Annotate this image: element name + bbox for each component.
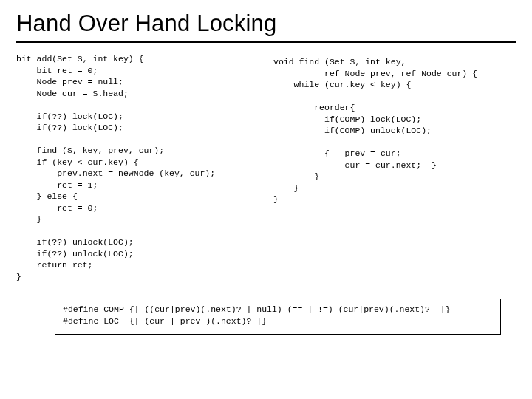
- define-code: #define COMP {| ((cur|prev)(.next)? | nu…: [63, 304, 493, 327]
- code-columns: bit add(Set S, int key) { bit ret = 0; N…: [16, 53, 516, 282]
- left-column: bit add(Set S, int key) { bit ret = 0; N…: [16, 53, 267, 282]
- add-function-code: bit add(Set S, int key) { bit ret = 0; N…: [16, 53, 267, 282]
- slide-title: Hand Over Hand Locking: [16, 10, 516, 37]
- define-box: #define COMP {| ((cur|prev)(.next)? | nu…: [55, 299, 501, 334]
- slide: Hand Over Hand Locking bit add(Set S, in…: [0, 0, 532, 399]
- title-rule: [16, 41, 516, 43]
- right-column: void find (Set S, int key, ref Node prev…: [273, 53, 516, 282]
- find-function-code: void find (Set S, int key, ref Node prev…: [273, 53, 516, 205]
